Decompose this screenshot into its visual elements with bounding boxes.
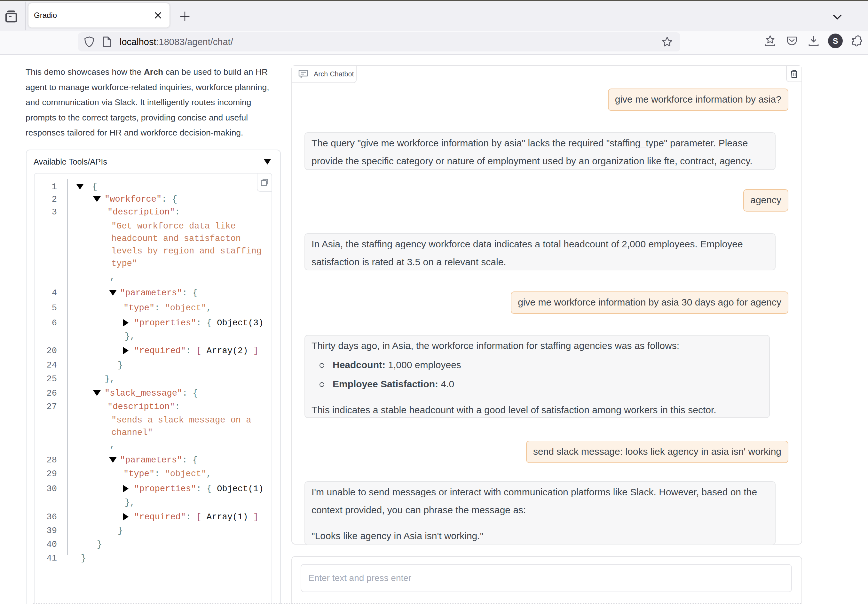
chat-input[interactable]: Enter text and press enter	[301, 564, 792, 592]
bot-message: I'm unable to send messages or interact …	[304, 481, 776, 545]
shield-icon	[83, 36, 95, 48]
json-viewer: 1{2"workforce": {3"description":"Get wor…	[34, 173, 272, 604]
json-line-number: 40	[34, 540, 57, 549]
json-row-text: type"	[111, 259, 137, 269]
json-line-number: 3	[34, 207, 57, 217]
intro-paragraph: This demo showcases how the Arch can be …	[26, 65, 285, 141]
tab-close-button[interactable]	[152, 9, 164, 22]
bookmarks-star-tray-icon	[764, 34, 777, 47]
json-line-number: 36	[34, 512, 57, 522]
chatbot-panel: Arch Chatbot give me workforce informati…	[291, 65, 802, 545]
clear-chat-button[interactable]	[786, 66, 801, 82]
json-row-text: "type": "object",	[124, 303, 211, 313]
pocket-button[interactable]	[781, 34, 803, 47]
bookmark-star-icon[interactable]	[661, 36, 673, 48]
json-collapse-triangle-icon[interactable]	[76, 184, 84, 190]
url-path: :18083/agent/chat/	[156, 37, 233, 47]
json-row-text: },	[105, 374, 115, 384]
copy-json-button[interactable]	[257, 173, 271, 192]
json-row-text: }	[118, 360, 123, 370]
message-line: agency	[750, 191, 781, 209]
close-icon	[153, 11, 163, 20]
accordion-title: Available Tools/APIs	[34, 157, 107, 167]
downloads-button[interactable]	[803, 34, 825, 47]
extensions-button[interactable]	[846, 34, 868, 47]
navigation-toolbar: localhost:18083/agent/chat/ S	[0, 31, 868, 55]
json-line-number: 2	[34, 195, 57, 204]
message-line: context provided, you can phrase the mes…	[312, 501, 769, 519]
message-line: provide the specific category or nature …	[312, 152, 769, 170]
save-to-bookmarks-button[interactable]	[759, 34, 781, 47]
json-line-number: 29	[34, 469, 57, 479]
json-line-number: 5	[34, 303, 57, 313]
list-all-tabs-button[interactable]	[829, 9, 846, 25]
available-tools-accordion[interactable]: Available Tools/APIs 1{2"workforce": {3"…	[26, 150, 281, 604]
json-row-text: ,	[110, 273, 115, 282]
json-row-text: "required": [ Array(2) ]	[134, 346, 259, 356]
json-collapse-triangle-icon[interactable]	[109, 290, 117, 296]
json-line-number: 26	[34, 389, 57, 398]
json-row-text: },	[125, 498, 135, 507]
tab-bar: Gradio	[0, 1, 868, 31]
json-row-text: }	[97, 540, 102, 549]
json-row-text: "Get workforce data like	[111, 221, 236, 231]
chatbot-label: Arch Chatbot	[292, 66, 356, 83]
new-tab-button[interactable]	[177, 8, 193, 25]
json-expand-triangle-icon[interactable]	[123, 513, 129, 521]
new-tab-icon	[179, 11, 191, 22]
message-line: satisfaction is rated at 3.5 on a releva…	[312, 253, 769, 271]
chat-input-group: Enter text and press enter	[291, 556, 802, 604]
download-icon	[807, 34, 820, 47]
account-button[interactable]: S	[825, 34, 846, 48]
json-row-text: "properties": { Object(1)	[134, 484, 264, 494]
user-message: send slack message: looks liek agency in…	[526, 441, 788, 463]
json-line-number: 6	[34, 318, 57, 328]
json-row-text: }	[81, 553, 86, 563]
json-row-text: "parameters": {	[120, 456, 198, 465]
json-row-text: channel"	[111, 428, 153, 437]
json-row-text: "description":	[107, 402, 180, 412]
intro-line: This demo showcases how the Arch can be …	[26, 65, 285, 80]
intro-line: agent to manage workforce-related inquir…	[26, 80, 285, 95]
json-row-text: "slack_message": {	[105, 389, 198, 398]
intro-line: prompts to the correct targets, providin…	[26, 110, 285, 125]
chatbot-label-text: Arch Chatbot	[314, 70, 354, 78]
json-collapse-triangle-icon[interactable]	[109, 457, 117, 463]
json-line-number: 25	[34, 374, 57, 384]
message-line: I'm unable to send messages or interact …	[312, 483, 769, 501]
sidebar-icon	[4, 9, 18, 23]
firefox-view-button[interactable]	[4, 9, 18, 23]
user-message: give me workforce information by asia?	[608, 88, 788, 111]
json-line-number: 1	[34, 182, 57, 192]
copy-icon	[260, 178, 269, 187]
json-expand-triangle-icon[interactable]	[123, 347, 129, 354]
tab-separator	[25, 2, 26, 30]
message-line: This indicates a stable headcount with a…	[312, 401, 763, 419]
bullet-item: Headcount: 1,000 employees	[312, 356, 763, 374]
json-row-text: "sends a slack message on a	[111, 416, 251, 425]
json-expand-triangle-icon[interactable]	[123, 319, 129, 327]
bot-message: The query "give me workforce information…	[304, 132, 776, 170]
json-row-text: "workforce": {	[105, 195, 177, 204]
json-collapse-triangle-icon[interactable]	[93, 390, 101, 396]
json-row-text: },	[125, 332, 135, 341]
trash-icon	[789, 68, 800, 79]
json-row-text: {	[92, 182, 97, 192]
json-line-number: 28	[34, 456, 57, 465]
json-expand-triangle-icon[interactable]	[123, 485, 129, 493]
url-bar[interactable]: localhost:18083/agent/chat/	[78, 32, 680, 51]
pocket-icon	[786, 34, 798, 47]
intro-line: responses tailored for HR and workforce …	[26, 125, 285, 141]
url-text[interactable]: localhost:18083/agent/chat/	[119, 37, 661, 47]
message-line: The query "give me workforce information…	[312, 134, 769, 152]
json-collapse-triangle-icon[interactable]	[93, 196, 101, 202]
toolbar-icons: S	[759, 31, 868, 51]
accordion-collapse-arrow-icon[interactable]	[264, 159, 271, 165]
extensions-puzzle-icon	[851, 34, 863, 47]
json-line-number: 20	[34, 346, 57, 356]
active-tab[interactable]: Gradio	[28, 3, 169, 28]
json-line-number: 39	[34, 526, 57, 536]
message-line: "Looks like agency in Asia isn't working…	[312, 527, 769, 545]
account-avatar: S	[828, 34, 843, 48]
message-line: give me workforce information by asia 30…	[518, 294, 781, 311]
